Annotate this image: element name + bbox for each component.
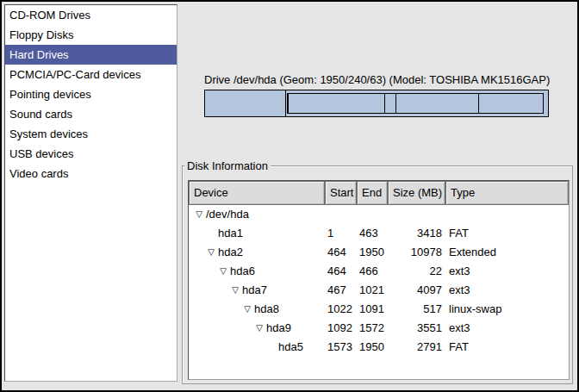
end-cell: 1572	[357, 319, 388, 338]
table-row[interactable]: ▽hda7 467 1021 4097 ext3	[189, 281, 569, 300]
start-cell: 1573	[325, 338, 357, 357]
disk-information-frame: Disk Information Device Start End Size (…	[182, 165, 573, 384]
device-name: hda7	[242, 283, 267, 296]
tree-expander-icon[interactable]: ▽	[240, 300, 254, 319]
start-cell: 1	[325, 224, 357, 243]
type-cell: FAT	[445, 224, 569, 243]
sidebar-item-cd-rom-drives[interactable]: CD-ROM Drives	[5, 5, 177, 25]
column-header-type[interactable]: Type	[445, 181, 569, 205]
size-cell: 4097	[388, 281, 445, 300]
device-name: hda9	[266, 321, 291, 334]
drive-title: Drive /dev/hda (Geom: 1950/240/63) (Mode…	[204, 73, 550, 86]
sidebar-item-floppy-disks[interactable]: Floppy Disks	[5, 25, 177, 45]
sidebar-item-label: System devices	[9, 128, 88, 140]
partition-segment-hda1	[205, 90, 286, 116]
start-cell: 467	[325, 281, 357, 300]
device-category-list[interactable]: CD-ROM Drives Floppy Disks Hard Drives P…	[4, 4, 177, 382]
disk-information-frame-label: Disk Information	[184, 159, 271, 172]
sidebar-item-label: Video cards	[9, 167, 68, 180]
size-cell: 3418	[388, 224, 445, 243]
table-row[interactable]: ▽hda2 464 1950 10978 Extended	[189, 243, 569, 262]
sidebar-item-label: CD-ROM Drives	[9, 9, 90, 22]
column-header-start[interactable]: Start	[325, 181, 357, 205]
end-cell: 1950	[357, 338, 388, 357]
table-body: ▽/dev/hda hda1 1 463 3418 FAT ▽hda2 464 …	[189, 205, 569, 357]
logical-partitions-container	[287, 93, 546, 114]
size-cell: 517	[388, 300, 445, 319]
partition-segment-hda5	[478, 93, 544, 114]
device-name: hda6	[230, 264, 255, 277]
size-cell: 3551	[388, 319, 445, 338]
device-cell: hda1	[189, 224, 325, 243]
table-row[interactable]: ▽hda6 464 466 22 ext3	[189, 262, 569, 281]
end-cell: 1021	[357, 281, 388, 300]
sidebar-item-pcmcia-pc-card-devices[interactable]: PCMCIA/PC-Card devices	[5, 65, 177, 84]
table-row[interactable]: hda1 1 463 3418 FAT	[189, 224, 569, 243]
disk-partition-bar	[204, 90, 549, 117]
device-name: hda2	[218, 246, 243, 258]
size-cell: 22	[388, 262, 445, 281]
partition-segment-hda8	[384, 93, 396, 114]
sidebar-item-label: USB devices	[9, 147, 73, 160]
sidebar-item-system-devices[interactable]: System devices	[5, 124, 177, 144]
type-cell: ext3	[445, 281, 569, 300]
end-cell: 1950	[357, 243, 388, 262]
tree-expander-icon[interactable]: ▽	[216, 262, 230, 281]
partition-segment-hda9	[395, 93, 479, 114]
start-cell	[325, 205, 357, 224]
sidebar-item-label: PCMCIA/PC-Card devices	[9, 68, 140, 81]
sidebar-item-label: Floppy Disks	[9, 28, 73, 41]
sidebar-item-label: Pointing devices	[9, 88, 91, 101]
table-row[interactable]: ▽hda9 1092 1572 3551 ext3	[189, 319, 569, 338]
sidebar-item-pointing-devices[interactable]: Pointing devices	[5, 84, 177, 104]
end-cell: 466	[357, 262, 388, 281]
table-row[interactable]: ▽hda8 1022 1091 517 linux-swap	[189, 300, 569, 319]
size-cell	[388, 205, 445, 224]
end-cell: 1091	[357, 300, 388, 319]
device-cell: hda5	[189, 338, 325, 357]
partition-segment-hda7	[288, 93, 384, 114]
size-cell: 10978	[388, 243, 445, 262]
sidebar-item-label: Hard Drives	[9, 48, 69, 61]
device-cell: ▽hda7	[189, 281, 325, 300]
column-header-size[interactable]: Size (MB)	[388, 181, 445, 205]
tree-expander-icon[interactable]: ▽	[252, 319, 266, 338]
device-cell: ▽hda9	[189, 319, 325, 338]
size-cell: 2791	[388, 338, 445, 357]
hardware-browser-window: CD-ROM Drives Floppy Disks Hard Drives P…	[0, 0, 579, 392]
sidebar-item-usb-devices[interactable]: USB devices	[5, 144, 177, 164]
partition-segment-hda2	[286, 90, 548, 116]
table-row[interactable]: hda5 1573 1950 2791 FAT	[189, 338, 569, 357]
device-cell: ▽hda8	[189, 300, 325, 319]
start-cell: 464	[325, 243, 357, 262]
start-cell: 1022	[325, 300, 357, 319]
type-cell	[445, 205, 569, 224]
table-row[interactable]: ▽/dev/hda	[189, 205, 569, 224]
disk-information-table: Device Start End Size (MB) Type ▽/dev/hd…	[188, 180, 570, 380]
type-cell: linux-swap	[445, 300, 569, 319]
device-name: hda1	[218, 227, 243, 240]
sidebar-item-label: Sound cards	[9, 108, 72, 121]
end-cell	[357, 205, 388, 224]
device-cell: ▽/dev/hda	[189, 205, 325, 224]
sidebar-item-video-cards[interactable]: Video cards	[5, 164, 177, 184]
type-cell: ext3	[445, 319, 569, 338]
device-name: /dev/hda	[206, 208, 249, 221]
end-cell: 463	[357, 224, 388, 243]
start-cell: 1092	[325, 319, 357, 338]
type-cell: ext3	[445, 262, 569, 281]
device-name: hda8	[254, 302, 279, 315]
sidebar-item-hard-drives[interactable]: Hard Drives	[5, 45, 177, 65]
tree-expander-icon[interactable]: ▽	[204, 243, 218, 262]
device-name: hda5	[278, 340, 303, 353]
type-cell: FAT	[445, 338, 569, 357]
sidebar-item-sound-cards[interactable]: Sound cards	[5, 104, 177, 124]
tree-expander-icon[interactable]: ▽	[192, 205, 206, 224]
column-header-device[interactable]: Device	[189, 181, 325, 205]
start-cell: 464	[325, 262, 357, 281]
device-cell: ▽hda2	[189, 243, 325, 262]
column-header-end[interactable]: End	[357, 181, 388, 205]
tree-expander-icon[interactable]: ▽	[228, 281, 242, 300]
device-cell: ▽hda6	[189, 262, 325, 281]
table-header-row: Device Start End Size (MB) Type	[189, 181, 569, 205]
